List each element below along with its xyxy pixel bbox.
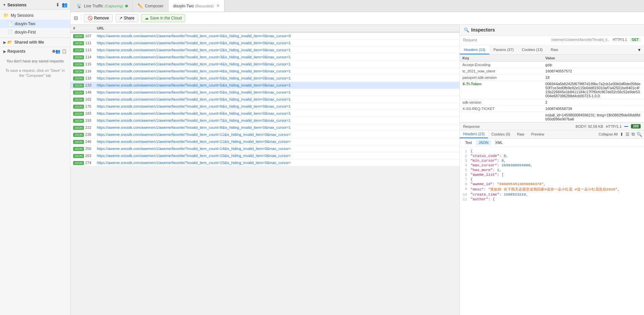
url-cell: https://aweme.snssdk.com/aweme/v1/aweme/…	[94, 110, 459, 117]
table-row[interactable]: JSON111 https://aweme.snssdk.com/aweme/v…	[70, 40, 459, 47]
row-num: JSON263	[70, 152, 94, 159]
table-row[interactable]: JSON148 https://aweme.snssdk.com/aweme/v…	[70, 89, 459, 96]
raw-tab[interactable]: Raw	[547, 46, 562, 54]
shared-toggle[interactable]: ▶	[3, 41, 6, 44]
headers-tab[interactable]: Headers (13)	[460, 46, 489, 54]
new-request-icon[interactable]: 📋	[62, 49, 67, 54]
remove-button[interactable]: 🚫 Remove	[84, 14, 113, 22]
add-request-icon[interactable]: ⊕	[52, 49, 55, 54]
value-col-header: Value	[543, 55, 644, 62]
json-badge: JSON	[73, 55, 84, 59]
search-icon[interactable]: 🔍	[637, 132, 642, 137]
manage-request-icon[interactable]: 👥	[55, 49, 60, 54]
resp-cookies-tab[interactable]: Cookies (0)	[488, 130, 513, 138]
url-cell: https://aweme.snssdk.com/aweme/v1/aweme/…	[94, 117, 459, 124]
header-key: Accept-Encoding	[460, 62, 543, 68]
params-tab[interactable]: Params (37)	[489, 46, 518, 54]
table-row[interactable]: JSON250 https://aweme.snssdk.com/aweme/v…	[70, 145, 459, 152]
headers-scroll[interactable]: Key Value Accept-Encoding gzip tc_2021_n…	[460, 55, 644, 122]
json-line: 5 "has_more": 1,	[460, 168, 644, 172]
remove-label: Remove	[94, 16, 109, 20]
row-num: JSON111	[70, 40, 94, 47]
delete-item-icon[interactable]: 🗑	[63, 21, 67, 26]
row-num: JSON113	[70, 47, 94, 54]
req-url-info: /aweme/v1/aweme/favorite/?invalid_it... …	[551, 38, 641, 42]
shared-header: ▶ 📂 Shared with Me	[0, 38, 70, 47]
douyin-two-item[interactable]: 📄 douyin-Two ↗ 🗑	[0, 19, 70, 28]
request-label: Request	[463, 38, 477, 42]
json-badge: JSON	[73, 41, 84, 45]
key-col-header: Key	[460, 55, 543, 62]
table-row[interactable]: JSON116 https://aweme.snssdk.com/aweme/v…	[70, 68, 459, 75]
header-key: tc_2021_now_client	[460, 68, 543, 74]
table-row[interactable]: JSON162 https://aweme.snssdk.com/aweme/v…	[70, 96, 459, 103]
json-viewer[interactable]: 1{2 "status_code": 0,3 "min_cursor": 0,4…	[460, 147, 644, 315]
request-method: GET	[630, 38, 641, 42]
json-line: 3 "min_cursor": 0,	[460, 158, 644, 163]
share-item-icon[interactable]: ↗	[58, 21, 61, 26]
table-row[interactable]: JSON274 https://aweme.snssdk.com/aweme/v…	[70, 159, 459, 166]
header-row[interactable]: X-Tt-Token 006944a5b82425f679f87d199bc7a…	[460, 81, 644, 99]
filter-icon[interactable]: ⊟	[74, 15, 78, 21]
json-content: "aweme_list": [	[470, 173, 644, 177]
inspector-icon: 🔍	[464, 28, 469, 33]
capturing-dot	[125, 5, 128, 7]
collapse-all-label[interactable]: Collapse All	[599, 132, 618, 136]
header-value: 18	[543, 74, 644, 81]
my-sessions-item[interactable]: 📁 My Sessions	[0, 11, 70, 19]
share-button[interactable]: ↗ Share	[115, 14, 138, 22]
table-row[interactable]: JSON263 https://aweme.snssdk.com/aweme/v…	[70, 152, 459, 159]
session-table-scroll[interactable]: # URL JSON107 https://aweme.snssdk.com/a…	[70, 24, 459, 315]
table-row[interactable]: JSON175 https://aweme.snssdk.com/aweme/v…	[70, 103, 459, 110]
table-row[interactable]: JSON107 https://aweme.snssdk.com/aweme/v…	[70, 32, 459, 40]
xml-tab[interactable]: XML	[493, 140, 506, 145]
tabs-dropdown[interactable]: ▼	[635, 46, 644, 54]
json-badge: JSON	[73, 76, 84, 81]
top-tabs: 📡 Live Traffic (Capturing) ✏️ Composer d…	[70, 0, 644, 12]
resp-preview-tab[interactable]: Preview	[528, 130, 547, 138]
import-icon[interactable]: ⬇	[56, 2, 60, 7]
table-row[interactable]: JSON133 https://aweme.snssdk.com/aweme/v…	[70, 82, 459, 89]
table-row[interactable]: JSON114 https://aweme.snssdk.com/aweme/v…	[70, 54, 459, 61]
file-icon: 📄	[7, 21, 13, 26]
inspectors-title: Inspectors	[471, 27, 495, 33]
save-cloud-button[interactable]: ☁ Save in the Cloud	[141, 14, 186, 22]
copy-icon[interactable]: ⧉	[632, 132, 635, 137]
requests-toggle[interactable]: ▶	[3, 50, 6, 53]
resp-headers-tab[interactable]: Headers (23)	[460, 130, 488, 138]
request-section: Request /aweme/v1/aweme/favorite/?invali…	[460, 36, 644, 46]
table-row[interactable]: JSON193 https://aweme.snssdk.com/aweme/v…	[70, 117, 459, 124]
douyin-first-item[interactable]: 📄 douyin-First	[0, 28, 70, 36]
live-traffic-tab[interactable]: 📡 Live Traffic (Capturing)	[72, 0, 133, 12]
douyin-two-tab[interactable]: douyin-Two (Recorded) ✕	[168, 0, 224, 12]
expand-icon[interactable]: ⬆	[620, 132, 624, 137]
json-tab[interactable]: JSON	[476, 140, 491, 145]
header-row[interactable]: passport-sdk-version 18	[460, 74, 644, 81]
header-row[interactable]: sdk-version 2	[460, 99, 644, 106]
list-icon[interactable]: ☰	[626, 132, 630, 137]
cloud-icon: ☁	[145, 16, 149, 20]
header-row[interactable]: install_id=1459800084596231; ttreg=1$h08…	[460, 112, 644, 122]
row-num: JSON193	[70, 117, 94, 124]
table-row[interactable]: JSON222 https://aweme.snssdk.com/aweme/v…	[70, 124, 459, 131]
douyin-two-label: douyin-Two	[15, 21, 58, 26]
tab-close-icon[interactable]: ✕	[216, 4, 219, 8]
json-line: 6 "aweme_list": [	[460, 172, 644, 177]
table-row[interactable]: JSON115 https://aweme.snssdk.com/aweme/v…	[70, 61, 459, 68]
composer-tab[interactable]: ✏️ Composer	[133, 0, 168, 12]
table-row[interactable]: JSON246 https://aweme.snssdk.com/aweme/v…	[70, 138, 459, 145]
text-tab[interactable]: Text	[462, 140, 475, 145]
table-row[interactable]: JSON118 https://aweme.snssdk.com/aweme/v…	[70, 75, 459, 82]
header-row[interactable]: X-SS-REQ-TICKET 1608740558739	[460, 106, 644, 112]
table-row[interactable]: JSON183 https://aweme.snssdk.com/aweme/v…	[70, 110, 459, 117]
header-key	[460, 112, 543, 122]
cookies-tab[interactable]: Cookies (13)	[518, 46, 547, 54]
resp-raw-tab[interactable]: Raw	[513, 130, 528, 138]
header-row[interactable]: tc_2021_now_client 1608740557572	[460, 68, 644, 74]
manage-icon[interactable]: 👥	[62, 2, 67, 7]
sessions-toggle-icon[interactable]: ▼	[3, 3, 6, 7]
table-row[interactable]: JSON113 https://aweme.snssdk.com/aweme/v…	[70, 47, 459, 54]
line-num: 4	[460, 163, 470, 167]
header-row[interactable]: Accept-Encoding gzip	[460, 62, 644, 68]
table-row[interactable]: JSON235 https://aweme.snssdk.com/aweme/v…	[70, 131, 459, 138]
